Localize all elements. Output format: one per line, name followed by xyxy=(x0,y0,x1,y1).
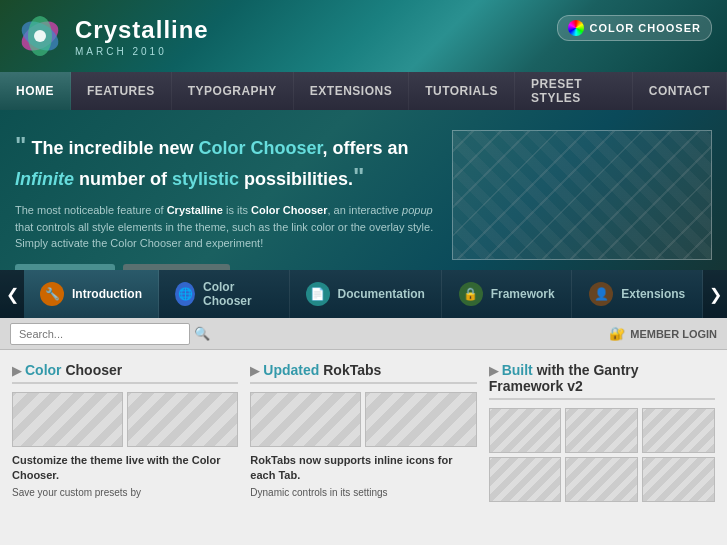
documentation-icon: 📄 xyxy=(306,282,330,306)
thumbnail-2 xyxy=(127,392,238,447)
tab-extensions-label: Extensions xyxy=(621,287,685,301)
tab-documentation[interactable]: 📄 Documentation xyxy=(290,270,442,318)
color-chooser-label: COLOR CHOOSER xyxy=(590,22,701,34)
member-login-button[interactable]: 🔐 MEMBER LOGIN xyxy=(609,326,717,341)
col-text-title-1: Customize the theme live with the Color … xyxy=(12,453,238,484)
logo-area: Crystalline March 2010 xyxy=(15,11,209,61)
framework-icon: 🔒 xyxy=(459,282,483,306)
nav-item-features[interactable]: FEATURES xyxy=(71,72,172,110)
column-gantry: ▶Built with the Gantry Framework v2 xyxy=(489,362,715,533)
main-content: ▶Color Chooser Customize the theme live … xyxy=(0,350,727,545)
thumbnail-5 xyxy=(489,408,562,453)
col-text-title-2: RokTabs now supports inline icons for ea… xyxy=(250,453,476,484)
tab-framework-label: Framework xyxy=(491,287,555,301)
tab-color-chooser[interactable]: 🌐 Color Chooser xyxy=(159,270,290,318)
member-login-label: MEMBER LOGIN xyxy=(630,328,717,340)
thumbnail-8 xyxy=(489,457,562,502)
thumbnail-6 xyxy=(565,408,638,453)
tab-introduction-label: Introduction xyxy=(72,287,142,301)
color-chooser-tab-icon: 🌐 xyxy=(175,282,195,306)
logo-text: Crystalline March 2010 xyxy=(75,16,209,57)
nav-item-home[interactable]: HOME xyxy=(0,72,71,110)
tab-framework[interactable]: 🔒 Framework xyxy=(442,270,573,318)
color-chooser-button[interactable]: COLOR CHOOSER xyxy=(557,15,712,41)
col-arrow-2: ▶ xyxy=(250,364,259,378)
column-roktabs: ▶Updated RokTabs RokTabs now supports in… xyxy=(250,362,476,533)
tab-extensions[interactable]: 👤 Extensions xyxy=(572,270,703,318)
search-bar: 🔍 🔐 MEMBER LOGIN xyxy=(0,318,727,350)
logo-icon xyxy=(15,11,65,61)
col-title-gantry: ▶Built with the Gantry Framework v2 xyxy=(489,362,715,400)
col-arrow-3: ▶ xyxy=(489,364,498,378)
tabs-bar: ❮ 🔧 Introduction 🌐 Color Chooser 📄 Docum… xyxy=(0,270,727,318)
tabs-container: 🔧 Introduction 🌐 Color Chooser 📄 Documen… xyxy=(24,270,703,318)
svg-point-3 xyxy=(34,30,46,42)
tab-next-arrow[interactable]: ❯ xyxy=(703,270,727,318)
thumbnail-4 xyxy=(365,392,476,447)
thumbnail-10 xyxy=(642,457,715,502)
hero-image xyxy=(452,130,712,260)
search-input[interactable] xyxy=(10,323,190,345)
nav-item-extensions[interactable]: EXTENSIONS xyxy=(294,72,409,110)
thumbnail-3 xyxy=(250,392,361,447)
tab-color-chooser-label: Color Chooser xyxy=(203,280,273,308)
thumbnail-7 xyxy=(642,408,715,453)
tab-prev-arrow[interactable]: ❮ xyxy=(0,270,24,318)
thumb-row-2 xyxy=(489,457,715,502)
col-text-2: RokTabs now supports inline icons for ea… xyxy=(250,453,476,500)
hero-section: " The incredible new Color Chooser, offe… xyxy=(0,110,727,270)
logo-title: Crystalline xyxy=(75,16,209,44)
main-nav: HOME FEATURES TYPOGRAPHY EXTENSIONS TUTO… xyxy=(0,72,727,110)
nav-item-tutorials[interactable]: TUTORIALS xyxy=(409,72,515,110)
nav-item-preset-styles[interactable]: PRESET STYLES xyxy=(515,72,633,110)
tab-documentation-label: Documentation xyxy=(338,287,425,301)
hero-quote: " The incredible new Color Chooser, offe… xyxy=(15,130,437,192)
lock-icon: 🔐 xyxy=(609,326,625,341)
thumb-grid-1 xyxy=(12,392,238,447)
nav-item-typography[interactable]: TYPOGRAPHY xyxy=(172,72,294,110)
col-arrow-1: ▶ xyxy=(12,364,21,378)
col-text-1: Customize the theme live with the Color … xyxy=(12,453,238,500)
color-chooser-icon xyxy=(568,20,584,36)
thumb-row-1 xyxy=(489,408,715,453)
thumbnail-9 xyxy=(565,457,638,502)
nav-item-contact[interactable]: CONTACT xyxy=(633,72,727,110)
search-icon[interactable]: 🔍 xyxy=(194,326,210,341)
header: Crystalline March 2010 COLOR CHOOSER xyxy=(0,0,727,72)
extensions-icon: 👤 xyxy=(589,282,613,306)
column-color-chooser: ▶Color Chooser Customize the theme live … xyxy=(12,362,238,533)
thumbnail-1 xyxy=(12,392,123,447)
hero-text: " The incredible new Color Chooser, offe… xyxy=(15,130,437,255)
col-title-color-chooser: ▶Color Chooser xyxy=(12,362,238,384)
hero-body: The most noticeable feature of Crystalli… xyxy=(15,202,437,252)
logo-subtitle: March 2010 xyxy=(75,46,209,57)
thumb-grid-2 xyxy=(250,392,476,447)
col-title-roktabs: ▶Updated RokTabs xyxy=(250,362,476,384)
tab-introduction[interactable]: 🔧 Introduction xyxy=(24,270,159,318)
introduction-icon: 🔧 xyxy=(40,282,64,306)
